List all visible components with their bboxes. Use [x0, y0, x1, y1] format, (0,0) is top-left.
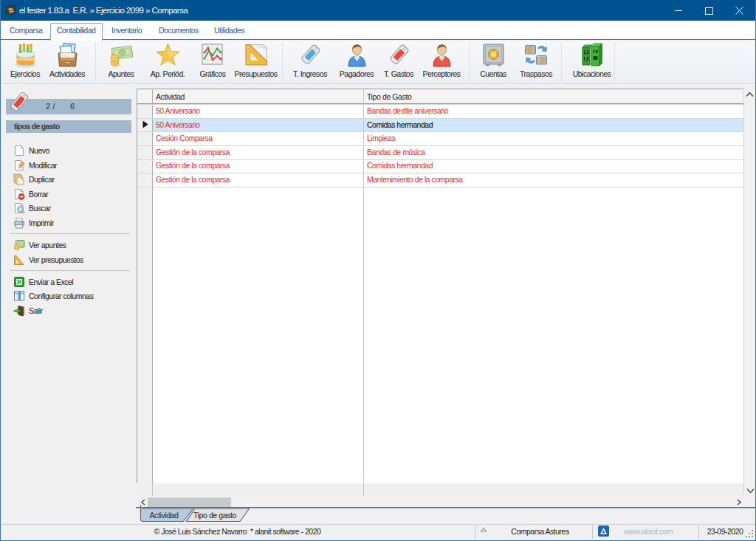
svg-text:A: A — [585, 50, 587, 54]
svg-text:Z: Z — [585, 57, 587, 61]
svg-text:Z: Z — [594, 49, 597, 53]
